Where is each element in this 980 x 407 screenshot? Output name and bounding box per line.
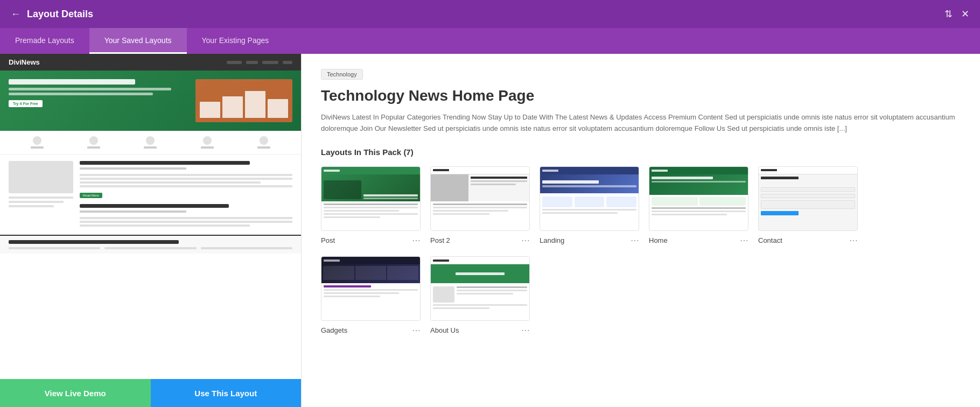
thumb-footer-home: Home ⋯: [649, 235, 748, 245]
mock-footer-title: [9, 240, 179, 244]
thumb-body-about: [431, 283, 529, 320]
thumb-footer-about: About Us ⋯: [430, 325, 530, 335]
mock-article-title: [80, 161, 250, 165]
thumb-img-gadgets: [321, 256, 421, 321]
layout-thumb-post2[interactable]: Post 2 ⋯: [430, 166, 530, 245]
thumb-name-about: About Us: [430, 326, 459, 334]
thumb-mock-gadgets: [321, 257, 420, 320]
mock-site-header: DiviNews: [0, 54, 301, 71]
thumb-form-field: [761, 187, 855, 192]
thumb-body-home: [649, 195, 748, 230]
thumb-logo: [652, 170, 668, 172]
thumb-line: [542, 180, 599, 184]
thumb-header-landing: [540, 167, 639, 174]
thumb-menu-post2[interactable]: ⋯: [521, 235, 530, 245]
thumb-footer-contact: Contact ⋯: [758, 235, 858, 245]
mock-icon-item: [257, 136, 270, 149]
mock-article-meta: [80, 167, 186, 170]
thumb-line: [542, 185, 636, 187]
thumb-header-post: [321, 167, 420, 174]
use-layout-button[interactable]: Use This Layout: [151, 379, 302, 407]
thumb-card: [652, 197, 698, 206]
thumb-contact-form: [759, 185, 857, 217]
thumb-header-post2: [431, 167, 529, 174]
thumb-menu-about[interactable]: ⋯: [521, 325, 530, 335]
mock-sidebar: [9, 161, 73, 228]
thumb-home-hero: [649, 174, 748, 195]
tab-saved[interactable]: Your Saved Layouts: [89, 28, 187, 54]
thumb-line: [457, 293, 513, 294]
thumb-logo: [761, 169, 777, 171]
mock-hero-line: [9, 93, 153, 95]
mock-nav-item: [227, 61, 242, 64]
thumb-mock-post: [321, 167, 420, 230]
mock-article-line: [80, 224, 250, 227]
thumb-line: [324, 296, 380, 297]
layout-thumb-landing[interactable]: Landing ⋯: [540, 166, 639, 245]
layout-thumb-gadgets[interactable]: Gadgets ⋯: [321, 256, 421, 335]
mock-icon-item: [144, 136, 157, 149]
thumb-card: [606, 197, 636, 207]
layout-thumb-contact[interactable]: Contact ⋯: [758, 166, 858, 245]
thumbnails-row-1: Post ⋯: [321, 166, 961, 245]
thumb-gadget-card: [387, 266, 418, 280]
thumb-menu-home[interactable]: ⋯: [740, 235, 748, 245]
thumb-line: [433, 304, 527, 306]
mock-icon-circle: [260, 136, 268, 145]
thumb-menu-post[interactable]: ⋯: [412, 235, 421, 245]
thumb-footer-landing: Landing ⋯: [540, 235, 639, 245]
mock-logo: DiviNews: [9, 58, 40, 66]
thumb-line: [542, 212, 618, 214]
mock-content-area: Read More: [0, 155, 301, 235]
thumb-line: [324, 292, 399, 294]
preview-panel: DiviNews: [0, 54, 302, 407]
thumb-menu-contact[interactable]: ⋯: [849, 235, 858, 245]
thumb-line: [652, 181, 746, 183]
thumb-name-post2: Post 2: [430, 236, 450, 244]
thumb-post2-content: [431, 174, 529, 201]
thumb-name-contact: Contact: [758, 236, 782, 244]
thumb-card: [575, 197, 605, 207]
mock-footer-line: [201, 247, 292, 249]
layout-thumb-about[interactable]: About Us ⋯: [430, 256, 530, 335]
close-icon[interactable]: ✕: [961, 8, 969, 20]
thumb-header-about: [431, 257, 529, 264]
modal-header: ← Layout Details ⇅ ✕: [0, 0, 980, 28]
thumb-mock-contact: [759, 167, 857, 230]
mock-hero-text: Try it For Free: [9, 79, 189, 122]
mock-article-title-2: [80, 204, 229, 208]
thumb-line: [324, 213, 418, 215]
thumb-line: [433, 204, 527, 205]
swap-icon[interactable]: ⇅: [944, 8, 953, 20]
thumb-line: [456, 272, 505, 275]
mock-icon-label: [87, 146, 100, 149]
mock-sidebar-line: [9, 201, 64, 203]
preview-image-container: DiviNews: [0, 54, 301, 379]
mock-icon-circle: [203, 136, 212, 145]
layout-thumb-post[interactable]: Post ⋯: [321, 166, 421, 245]
tab-premade[interactable]: Premade Layouts: [0, 28, 89, 54]
thumb-about-hero: [431, 264, 529, 283]
pack-description: DiviNews Latest In Popular Categories Tr…: [321, 112, 961, 135]
mock-icon-item: [31, 136, 44, 149]
mock-footer: [0, 235, 301, 254]
thumb-name-landing: Landing: [540, 236, 564, 244]
thumb-line: [457, 286, 527, 288]
thumb-line: [324, 207, 418, 208]
modal-title: Layout Details: [27, 9, 93, 20]
thumb-logo: [433, 259, 449, 262]
layout-thumb-home[interactable]: Home ⋯: [649, 166, 748, 245]
thumb-line: [652, 214, 727, 215]
modal-body: DiviNews: [0, 54, 980, 407]
thumb-menu-landing[interactable]: ⋯: [631, 235, 639, 245]
mock-nav-item: [262, 61, 278, 64]
thumb-menu-gadgets[interactable]: ⋯: [412, 325, 421, 335]
tab-existing[interactable]: Your Existing Pages: [187, 28, 284, 54]
thumb-logo: [324, 170, 340, 172]
back-icon[interactable]: ←: [11, 9, 20, 20]
thumb-about-img: [433, 286, 454, 303]
thumb-line: [433, 307, 489, 309]
thumb-contact-top: [759, 174, 857, 185]
live-demo-button[interactable]: View Live Demo: [0, 379, 151, 407]
mock-icon-circle: [89, 136, 98, 145]
